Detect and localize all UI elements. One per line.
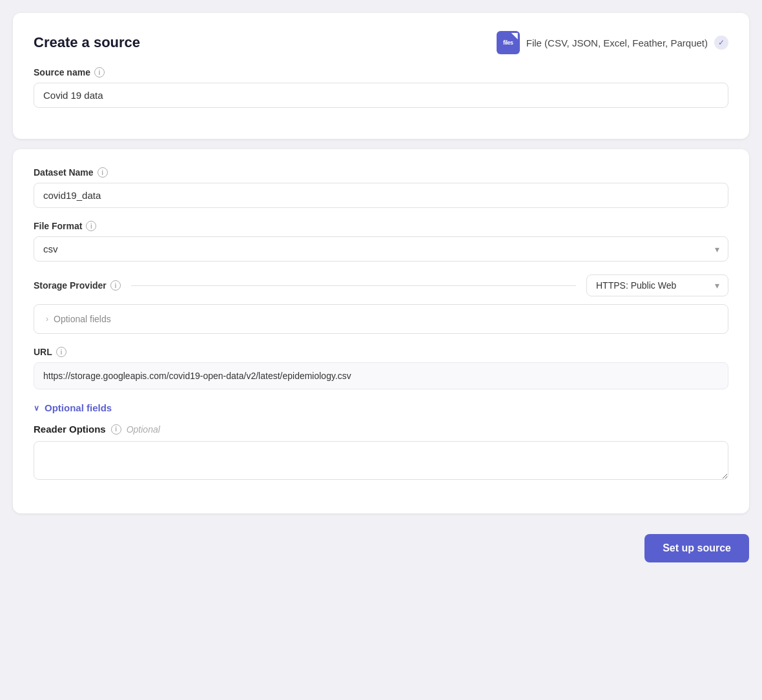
reader-options-info-icon[interactable]: i xyxy=(111,424,121,435)
card-dataset-config: Dataset Name i File Format i csv json ex… xyxy=(13,149,749,513)
storage-select-wrapper: HTTPS: Public Web S3 GCS Azure Blob ▾ xyxy=(586,274,728,296)
dataset-name-input[interactable] xyxy=(34,183,728,208)
file-format-select-wrapper: csv json excel feather parquet ▾ xyxy=(34,236,728,262)
storage-provider-info-icon[interactable]: i xyxy=(110,280,121,291)
source-name-info-icon[interactable]: i xyxy=(94,67,105,77)
card-header: Create a source files File (CSV, JSON, E… xyxy=(34,31,728,54)
reader-options-group: Reader Options i Optional xyxy=(34,424,728,482)
url-group: URL i https://storage.googleapis.com/cov… xyxy=(34,347,728,389)
source-name-label: Source name i xyxy=(34,67,728,77)
dataset-name-group: Dataset Name i xyxy=(34,167,728,208)
file-format-label: File Format i xyxy=(34,221,728,231)
file-format-group: File Format i csv json excel feather par… xyxy=(34,221,728,262)
verified-icon: ✓ xyxy=(714,36,728,50)
optional-fields-chevron-down-icon: ∨ xyxy=(34,404,39,413)
url-info-icon[interactable]: i xyxy=(56,347,67,357)
file-icon: files xyxy=(497,31,520,54)
setup-source-button[interactable]: Set up source xyxy=(644,534,749,562)
storage-optional-chevron-right-icon: › xyxy=(46,314,48,324)
page-wrapper: Create a source files File (CSV, JSON, E… xyxy=(13,13,749,568)
storage-optional-fields-box: › Optional fields xyxy=(34,304,728,334)
storage-provider-select[interactable]: HTTPS: Public Web S3 GCS Azure Blob xyxy=(586,274,728,296)
file-format-info-icon[interactable]: i xyxy=(86,221,96,231)
reader-options-optional-tag: Optional xyxy=(127,424,160,435)
reader-options-textarea[interactable] xyxy=(34,441,728,480)
url-label: URL i xyxy=(34,347,728,357)
url-display: https://storage.googleapis.com/covid19-o… xyxy=(34,362,728,389)
storage-divider xyxy=(131,285,576,286)
storage-optional-fields-toggle[interactable]: › Optional fields xyxy=(46,314,716,324)
source-type-badge: files File (CSV, JSON, Excel, Feather, P… xyxy=(497,31,728,54)
optional-fields-expanded: ∨ Optional fields Reader Options i Optio… xyxy=(34,402,728,482)
storage-provider-label: Storage Provider i xyxy=(34,280,121,291)
storage-provider-row: Storage Provider i HTTPS: Public Web S3 … xyxy=(34,274,728,296)
reader-options-label: Reader Options i Optional xyxy=(34,424,728,435)
card-create-source: Create a source files File (CSV, JSON, E… xyxy=(13,13,749,139)
file-icon-label: files xyxy=(503,39,513,46)
optional-fields-expanded-toggle[interactable]: ∨ Optional fields xyxy=(34,402,728,413)
dataset-name-info-icon[interactable]: i xyxy=(98,167,108,178)
page-title: Create a source xyxy=(34,34,140,51)
source-name-input[interactable] xyxy=(34,83,728,108)
bottom-bar: Set up source xyxy=(13,524,749,568)
source-name-group: Source name i xyxy=(34,67,728,108)
storage-provider-group: Storage Provider i HTTPS: Public Web S3 … xyxy=(34,274,728,334)
source-type-label: File (CSV, JSON, Excel, Feather, Parquet… xyxy=(526,37,708,48)
dataset-name-label: Dataset Name i xyxy=(34,167,728,178)
file-format-select[interactable]: csv json excel feather parquet xyxy=(34,236,728,262)
